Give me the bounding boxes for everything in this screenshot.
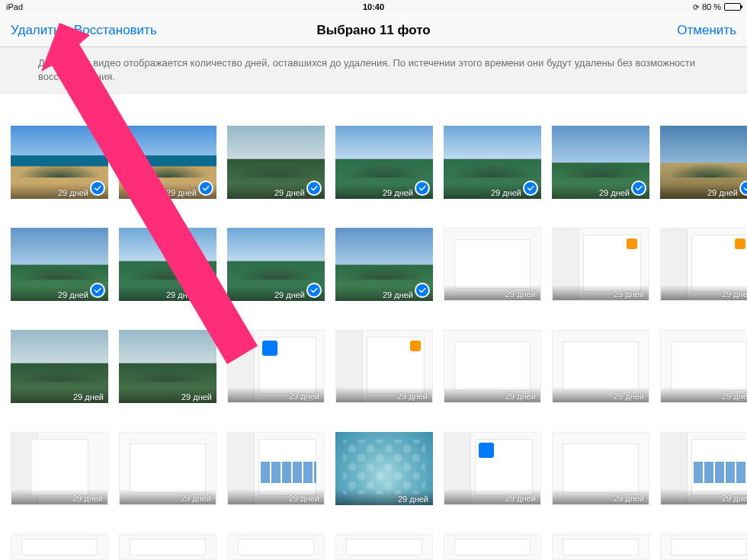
- days-remaining-label: 29 дней: [553, 387, 649, 402]
- days-remaining-label: 29 дней: [444, 387, 540, 402]
- days-remaining-label: 29 дней: [444, 285, 540, 300]
- photo-thumbnail[interactable]: 29 дней: [119, 432, 216, 505]
- cancel-button[interactable]: Отменить: [677, 23, 736, 38]
- nav-bar: Удалить Восстановить Выбрано 11 фото Отм…: [0, 14, 747, 47]
- status-left: iPad: [6, 2, 23, 11]
- battery-icon: [724, 3, 741, 11]
- nav-title: Выбрано 11 фото: [316, 23, 430, 38]
- photo-thumbnail[interactable]: 29 дней: [227, 330, 325, 403]
- status-bar: iPad 10:40 ⟳ 80 %: [0, 0, 747, 14]
- photo-thumbnail[interactable]: [119, 534, 216, 560]
- photo-thumbnail[interactable]: 29 дней: [227, 432, 325, 505]
- status-time: 10:40: [363, 2, 384, 11]
- days-remaining-label: 29 дней: [661, 387, 747, 402]
- photo-thumbnail[interactable]: 29 дней: [11, 228, 108, 301]
- photo-thumbnail[interactable]: 29 дней: [227, 228, 325, 301]
- photo-thumbnail[interactable]: 29 дней: [335, 330, 433, 403]
- status-right: ⟳ 80 %: [693, 2, 741, 11]
- days-remaining-label: 29 дней: [661, 489, 747, 504]
- photo-thumbnail[interactable]: 29 дней: [444, 228, 541, 301]
- photo-thumbnail[interactable]: 29 дней: [11, 330, 108, 403]
- orientation-lock-icon: ⟳: [693, 3, 699, 11]
- days-remaining-label: 29 дней: [660, 184, 747, 199]
- delete-button[interactable]: Удалить: [11, 23, 60, 38]
- photo-thumbnail[interactable]: 29 дней: [444, 432, 541, 505]
- days-remaining-label: 29 дней: [11, 489, 107, 504]
- days-remaining-label: 29 дней: [335, 490, 433, 505]
- photo-thumbnail[interactable]: 29 дней: [660, 432, 747, 505]
- photo-thumbnail[interactable]: 29 дней: [444, 126, 541, 199]
- photo-thumbnail[interactable]: 29 дней: [335, 432, 433, 505]
- days-remaining-label: 29 дней: [553, 489, 649, 504]
- info-text: Для фото и видео отображается количество…: [38, 57, 695, 82]
- days-remaining-label: 29 дней: [661, 285, 747, 300]
- photo-thumbnail[interactable]: 29 дней: [552, 228, 649, 301]
- photo-thumbnail[interactable]: [660, 534, 747, 560]
- photo-thumbnail[interactable]: 29 дней: [335, 228, 433, 301]
- device-label: iPad: [6, 2, 23, 11]
- days-remaining-label: 29 дней: [336, 387, 432, 402]
- restore-button[interactable]: Восстановить: [74, 23, 157, 38]
- photo-thumbnail[interactable]: 29 дней: [444, 330, 541, 403]
- photo-thumbnail[interactable]: [227, 534, 325, 560]
- photo-thumbnail[interactable]: 29 дней: [119, 330, 216, 403]
- photo-grid: 29 дней29 дней29 дней29 дней29 дней29 дн…: [0, 94, 747, 560]
- photo-thumbnail[interactable]: 29 дней: [552, 126, 649, 199]
- days-remaining-label: 29 дней: [553, 285, 649, 300]
- days-remaining-label: 29 дней: [444, 489, 540, 504]
- photo-thumbnail[interactable]: [444, 534, 541, 560]
- photo-thumbnail[interactable]: 29 дней: [552, 432, 649, 505]
- days-remaining-label: 29 дней: [11, 388, 108, 403]
- battery-percent: 80 %: [702, 2, 721, 11]
- photo-thumbnail[interactable]: [11, 534, 108, 560]
- photo-thumbnail[interactable]: 29 дней: [11, 126, 108, 199]
- info-banner: Для фото и видео отображается количество…: [0, 47, 747, 94]
- days-remaining-label: 29 дней: [120, 489, 216, 504]
- photo-thumbnail[interactable]: 29 дней: [119, 228, 216, 301]
- days-remaining-label: 29 дней: [228, 387, 324, 402]
- photo-thumbnail[interactable]: 29 дней: [660, 126, 747, 199]
- photo-thumbnail[interactable]: [335, 534, 433, 560]
- days-remaining-label: 29 дней: [228, 489, 324, 504]
- photo-thumbnail[interactable]: [552, 534, 649, 560]
- photo-thumbnail[interactable]: 29 дней: [227, 126, 325, 199]
- photo-thumbnail[interactable]: 29 дней: [335, 126, 433, 199]
- days-remaining-label: 29 дней: [119, 388, 216, 403]
- photo-thumbnail[interactable]: 29 дней: [660, 228, 747, 301]
- photo-thumbnail[interactable]: 29 дней: [660, 330, 747, 403]
- photo-thumbnail[interactable]: 29 дней: [11, 432, 108, 505]
- photo-thumbnail[interactable]: 29 дней: [552, 330, 649, 403]
- photo-thumbnail[interactable]: 29 дней: [119, 126, 216, 199]
